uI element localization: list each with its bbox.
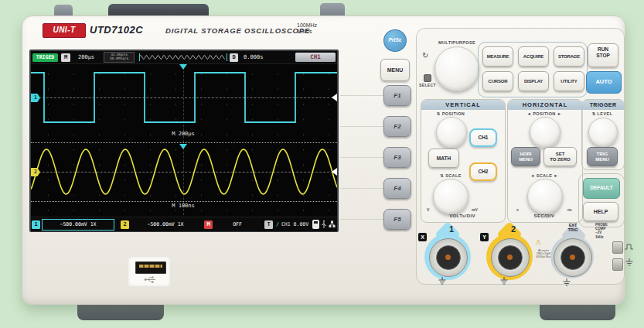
- multipurpose-knob[interactable]: [434, 46, 479, 91]
- horizontal-section-title: HORIZONTAL: [508, 100, 582, 110]
- f1-button[interactable]: F1: [383, 85, 411, 106]
- f5-guide-line: [340, 219, 383, 220]
- square-wave-icon: [625, 243, 634, 251]
- to-zero-label: TO ZERO: [544, 157, 576, 162]
- f1-guide-line: [340, 95, 383, 96]
- probe-comp-label: PROBE COMP ~2V 1kHz: [595, 223, 622, 239]
- f3-guide-line: [340, 157, 383, 158]
- display-button[interactable]: DISPLAY: [518, 71, 549, 91]
- ch2-bnc-connector[interactable]: [491, 238, 530, 277]
- waveform-plot: [31, 63, 337, 215]
- lcd-screen: TRIGED M 200μs 32.0kpts 50.0MSa/s D 0.00…: [29, 50, 339, 232]
- trigger-source-readout: CH1 0.00V: [281, 221, 308, 227]
- f2-guide-line: [340, 126, 383, 127]
- trigger-section-title: TRIGGER: [582, 100, 624, 110]
- horizontal-position-knob[interactable]: [530, 117, 561, 148]
- rotate-icon: ↻: [422, 51, 428, 60]
- prtsc-button[interactable]: PrtSc: [383, 29, 407, 52]
- math-button[interactable]: MATH: [428, 149, 459, 168]
- vertical-section-title: VERTICAL: [421, 100, 505, 110]
- delay-readout: 0.000s: [244, 54, 263, 60]
- device-subtitle: DIGITAL STORAGE OSCILLOSCOPE: [165, 26, 310, 35]
- hori-label: HORI: [512, 152, 540, 157]
- status-icons: [312, 220, 336, 229]
- timebase-readout: 200μs: [78, 54, 94, 60]
- select-label: SELECT: [416, 83, 439, 87]
- ch2-ground-icon: [499, 277, 509, 285]
- horizontal-scale-label: ◄ SCALE ►: [510, 173, 578, 178]
- ch1-button[interactable]: CH1: [469, 128, 497, 147]
- preview-window-marker-right: [227, 53, 227, 61]
- ch2-scale-readout: ~500.00mV 1X: [131, 220, 199, 230]
- measure-button[interactable]: MEASURE: [482, 46, 513, 67]
- probe-comp-terminal[interactable]: [612, 241, 623, 254]
- channel-readout-bar: 1 ~500.00mV 1X 2 ~500.00mV 1X M OFF T / …: [31, 217, 337, 231]
- ext-ground-icon: [562, 278, 571, 287]
- volts-arc-left: V: [427, 207, 429, 212]
- preview-waveform: [139, 53, 227, 61]
- graticule-area: M 200μs M 100ns 1 2: [31, 63, 337, 215]
- default-button[interactable]: DEFAULT: [583, 178, 620, 199]
- utility-button[interactable]: UTILITY: [554, 71, 584, 91]
- ch1-input-number: 1: [449, 224, 454, 234]
- trigger-level-knob[interactable]: [588, 118, 618, 147]
- f4-guide-line: [340, 188, 383, 189]
- ch2-axis-badge: Y: [480, 233, 489, 241]
- ch2-button[interactable]: CH2: [469, 162, 497, 181]
- f5-button[interactable]: F5: [383, 209, 411, 230]
- ch1-bnc-connector[interactable]: [429, 238, 468, 277]
- active-channel-box: CH1: [295, 53, 336, 62]
- oscilloscope-photo: UNI-T UTD7102C DIGITAL STORAGE OSCILLOSC…: [0, 0, 644, 328]
- help-button[interactable]: HELP: [583, 202, 618, 221]
- ch1-ground-icon: [438, 277, 447, 285]
- ch1-square-waveform: [31, 73, 337, 122]
- ch2-sine-waveform: [31, 149, 337, 194]
- volts-div-label: VOLTs/DIV: [421, 214, 504, 218]
- zoom-window-marker: [179, 144, 187, 149]
- ext-trig-label: EXT TRIG: [562, 223, 584, 232]
- f2-button[interactable]: F2: [383, 116, 411, 137]
- warning-icon: ⚠: [535, 238, 541, 246]
- trigger-level-label: ⇅ LEVEL: [581, 111, 623, 116]
- trigger-level-marker-upper: [332, 94, 337, 101]
- ext-trig-bnc-connector[interactable]: [554, 238, 592, 277]
- ch1-scale-readout: ~500.00mV 1X: [42, 219, 114, 231]
- menu-button[interactable]: MENU: [380, 59, 410, 81]
- sample-rate-readout: 50.0MSa/s: [104, 56, 134, 60]
- trig-menu-button[interactable]: TRIG MENU: [587, 147, 618, 166]
- ch2-input-number: 2: [511, 224, 516, 234]
- hori-menu-button[interactable]: HORI MENU: [511, 147, 540, 166]
- set-to-zero-button[interactable]: SET TO ZERO: [543, 147, 577, 166]
- volts-div-knob[interactable]: [433, 179, 469, 214]
- delay-badge: D: [230, 53, 238, 62]
- ch2-badge: 2: [121, 220, 129, 229]
- set-label: SET: [544, 152, 576, 157]
- ext-label-line2: TRIG: [562, 227, 584, 232]
- math-badge: M: [204, 220, 213, 229]
- run-stop-button[interactable]: RUN STOP: [588, 43, 618, 67]
- ground-terminal[interactable]: [612, 258, 623, 271]
- ch1-axis-badge: X: [418, 233, 427, 241]
- trigger-status-badge: TRIGED: [32, 53, 58, 62]
- select-press-icon: [424, 74, 431, 82]
- vertical-position-knob[interactable]: [436, 117, 467, 148]
- horizontal-position-label: ◄ POSITION ►: [510, 111, 578, 116]
- acquire-button[interactable]: ACQUIRE: [518, 46, 549, 67]
- trigger-position-marker: [179, 64, 187, 70]
- math-status: OFF: [215, 220, 260, 230]
- usb-port[interactable]: [135, 261, 166, 274]
- trigger-slope-icon: /: [276, 221, 279, 227]
- storage-button[interactable]: STORAGE: [554, 46, 584, 67]
- vertical-scale-label: ⇅ SCALE: [425, 173, 476, 178]
- trig-label: TRIG: [588, 152, 617, 157]
- sec-div-knob[interactable]: [527, 179, 563, 214]
- stop-label: STOP: [588, 53, 618, 59]
- f4-button[interactable]: F4: [383, 178, 411, 199]
- sec-arc-right: ns: [567, 207, 572, 212]
- hori-menu-label: MENU: [512, 157, 540, 162]
- cursor-button[interactable]: CURSOR: [482, 71, 513, 91]
- auto-button[interactable]: AUTO: [586, 71, 622, 94]
- device-specs: 100MHz 1GS/s: [297, 22, 317, 35]
- usb-symbol-icon: [144, 275, 156, 284]
- f3-button[interactable]: F3: [383, 147, 411, 168]
